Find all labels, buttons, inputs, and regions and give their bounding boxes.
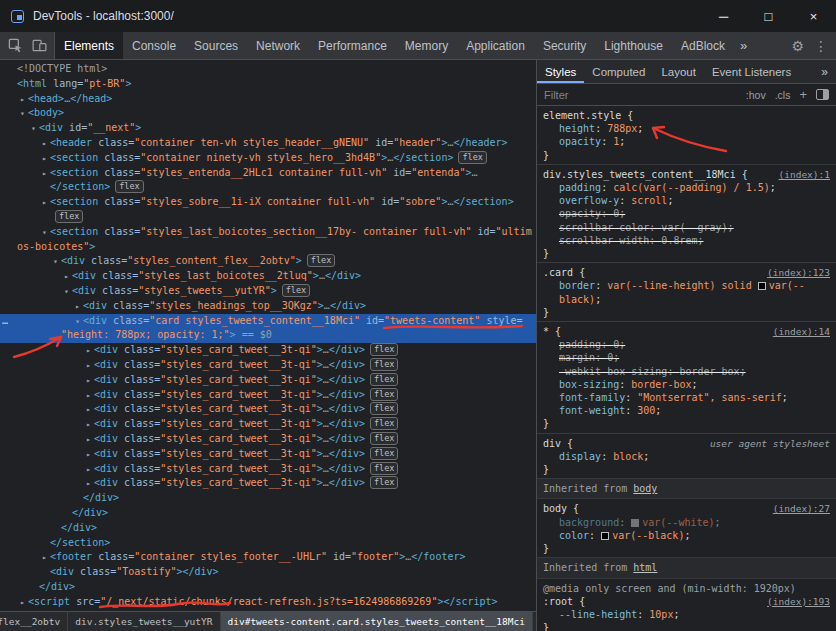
flex-badge[interactable]: flex bbox=[370, 343, 398, 356]
flex-badge[interactable]: flex bbox=[458, 151, 486, 164]
dom-tree-line[interactable]: ▸<div class="styles_card_tweet__3t-qi">…… bbox=[0, 476, 536, 491]
expand-arrow-icon[interactable]: ▸ bbox=[83, 433, 94, 448]
expand-arrow-icon[interactable]: ▸ bbox=[39, 551, 50, 566]
tab-elements[interactable]: Elements bbox=[55, 32, 123, 59]
flex-badge[interactable]: flex bbox=[370, 388, 398, 401]
css-property[interactable]: scrollbar-width: 0.8rem; bbox=[543, 234, 830, 247]
dom-tree-line[interactable]: ▾<div class="styles_tweets__yutYR">flex bbox=[0, 284, 536, 299]
expand-arrow-icon[interactable]: ▸ bbox=[83, 477, 94, 492]
dom-tree-line[interactable]: </div> bbox=[0, 506, 536, 521]
breadcrumb-item[interactable]: div.styles_tweets__yutYR bbox=[68, 612, 220, 631]
sidebar-tab-styles[interactable]: Styles bbox=[537, 60, 584, 83]
dom-tree-line[interactable]: ▾<section class="styles_last_boicotes_se… bbox=[0, 225, 536, 240]
expand-arrow-icon[interactable]: ▸ bbox=[39, 137, 50, 152]
dom-tree-line[interactable]: ▸<header class="container ten-vh styles_… bbox=[0, 136, 536, 151]
dom-tree-line[interactable]: ▸<div class="styles_headings_top__3QKgz"… bbox=[0, 299, 536, 314]
css-property[interactable]: border: var(--line-height) solid var(--b… bbox=[543, 279, 830, 305]
css-property[interactable]: background: var(--white); bbox=[543, 516, 830, 529]
dom-tree-line[interactable]: ▾<body> bbox=[0, 106, 536, 121]
dom-tree-line[interactable]: ▸<div class="styles_card_tweet__3t-qi">…… bbox=[0, 358, 536, 373]
dom-tree-line[interactable]: ▸<div class="styles_card_tweet__3t-qi">…… bbox=[0, 402, 536, 417]
flex-badge[interactable]: flex bbox=[370, 447, 398, 460]
dom-tree-line[interactable]: <div class="Toastify"></div> bbox=[0, 565, 536, 580]
css-property[interactable]: font-family: "Montserrat", sans-serif; bbox=[543, 391, 830, 404]
dom-tree-line[interactable]: </section>flex bbox=[0, 180, 536, 195]
css-property[interactable]: padding: calc(var(--padding) / 1.5); bbox=[543, 181, 830, 194]
dom-tree-line[interactable]: ▸<div class="styles_last_boicotes__2tluq… bbox=[0, 269, 536, 284]
breadcrumb-item[interactable]: div#tweets-content.card.styles_tweets_co… bbox=[221, 612, 533, 631]
rule-source-link[interactable]: (index):27 bbox=[773, 502, 830, 515]
css-property[interactable]: opacity: 1; bbox=[543, 135, 830, 148]
tab-application[interactable]: Application bbox=[457, 32, 534, 59]
dom-tree-line[interactable]: <!DOCTYPE html> bbox=[0, 62, 536, 77]
css-property[interactable]: overflow-y: scroll; bbox=[543, 194, 830, 207]
dom-tree-line[interactable]: ▸<div class="styles_card_tweet__3t-qi">…… bbox=[0, 373, 536, 388]
close-button[interactable]: × bbox=[791, 0, 836, 32]
dom-tree-line[interactable]: </div> bbox=[0, 491, 536, 506]
css-property[interactable]: --line-height: 10px; bbox=[543, 608, 830, 621]
dom-tree-line[interactable]: ▸<div class="styles_card_tweet__3t-qi">…… bbox=[0, 447, 536, 462]
rule-source-link[interactable]: (index):193 bbox=[767, 595, 830, 608]
collapse-arrow-icon[interactable]: ▾ bbox=[50, 255, 61, 270]
expand-arrow-icon[interactable]: ▸ bbox=[83, 344, 94, 359]
dom-tree-line[interactable]: ▾<div id="__next"> bbox=[0, 121, 536, 136]
minimize-button[interactable]: ─ bbox=[701, 0, 746, 32]
settings-gear-icon[interactable]: ⚙ bbox=[791, 38, 804, 54]
tab-console[interactable]: Console bbox=[123, 32, 185, 59]
tab-memory[interactable]: Memory bbox=[396, 32, 457, 59]
expand-arrow-icon[interactable]: ▸ bbox=[17, 596, 28, 611]
stylesheet-link[interactable]: body bbox=[633, 483, 657, 494]
flex-badge[interactable]: flex bbox=[370, 402, 398, 415]
more-sidebar-tabs-icon[interactable]: » bbox=[813, 60, 836, 83]
sidebar-tab-event-listeners[interactable]: Event Listeners bbox=[704, 60, 799, 83]
dom-tree-line[interactable]: </div> bbox=[0, 521, 536, 536]
collapse-arrow-icon[interactable]: ▾ bbox=[72, 315, 83, 330]
css-property[interactable]: -webkit-box-sizing: border-box; bbox=[543, 365, 830, 378]
toggle-hover-state-button[interactable]: :hov bbox=[746, 89, 766, 101]
collapse-arrow-icon[interactable]: ▾ bbox=[61, 285, 72, 300]
expand-arrow-icon[interactable]: ▸ bbox=[83, 359, 94, 374]
flex-badge[interactable]: flex bbox=[370, 476, 398, 489]
tab-adblock[interactable]: AdBlock bbox=[672, 32, 734, 59]
dom-tree-line[interactable]: ▾<div class="styles_content_flex__2obtv"… bbox=[0, 254, 536, 269]
tab-lighthouse[interactable]: Lighthouse bbox=[595, 32, 672, 59]
collapse-arrow-icon[interactable]: ▾ bbox=[17, 107, 28, 122]
toggle-classes-button[interactable]: .cls bbox=[775, 89, 791, 101]
css-property[interactable]: box-sizing: border-box; bbox=[543, 378, 830, 391]
flex-badge[interactable]: flex bbox=[307, 254, 335, 267]
css-property[interactable]: color: var(--black); bbox=[543, 529, 830, 542]
dom-tree-line[interactable]: ▸<div class="styles_card_tweet__3t-qi">…… bbox=[0, 417, 536, 432]
inspect-element-icon[interactable] bbox=[3, 34, 27, 58]
color-swatch[interactable] bbox=[631, 519, 639, 527]
sidebar-tab-computed[interactable]: Computed bbox=[584, 60, 653, 83]
dom-tree-line[interactable]: "height: 788px; opacity: 1;"> == $0 bbox=[0, 328, 536, 343]
tab-sources[interactable]: Sources bbox=[185, 32, 247, 59]
expand-arrow-icon[interactable]: ▸ bbox=[83, 403, 94, 418]
css-property[interactable]: padding: 0; bbox=[543, 338, 830, 351]
rule-source-link[interactable]: (index):123 bbox=[767, 266, 830, 279]
stylesheet-link[interactable]: html bbox=[633, 562, 657, 573]
rule-source-link[interactable]: (index):14 bbox=[773, 325, 830, 338]
expand-arrow-icon[interactable]: ▸ bbox=[39, 152, 50, 167]
styles-filter-input[interactable] bbox=[544, 89, 746, 101]
dom-tree-line[interactable]: <html lang="pt-BR"> bbox=[0, 77, 536, 92]
tab-network[interactable]: Network bbox=[247, 32, 309, 59]
expand-arrow-icon[interactable]: ▸ bbox=[83, 389, 94, 404]
dom-tree-line[interactable]: ▸<section class="styles_entenda__2HLc1 c… bbox=[0, 166, 536, 181]
expand-arrow-icon[interactable]: ▸ bbox=[83, 463, 94, 478]
expand-arrow-icon[interactable]: ▸ bbox=[83, 418, 94, 433]
flex-badge[interactable]: flex bbox=[115, 180, 143, 193]
flex-badge[interactable]: flex bbox=[370, 432, 398, 445]
flex-badge[interactable]: flex bbox=[370, 373, 398, 386]
dom-tree-line[interactable]: ▸<div class="styles_card_tweet__3t-qi">…… bbox=[0, 432, 536, 447]
rule-source-link[interactable]: (index):1 bbox=[779, 168, 830, 181]
dom-tree-line[interactable]: …▾<div class="card styles_tweets_content… bbox=[0, 314, 536, 329]
breadcrumb-item[interactable]: ntent_flex__2obtv bbox=[0, 612, 68, 631]
dom-tree-line[interactable]: ▸<footer class="container styles_footer_… bbox=[0, 550, 536, 565]
dom-tree-line[interactable]: ▸<head>…</head> bbox=[0, 92, 536, 107]
dom-tree-line[interactable]: ▸<div class="styles_card_tweet__3t-qi">…… bbox=[0, 462, 536, 477]
css-property[interactable]: scrollbar-color: var(--gray); bbox=[543, 221, 830, 234]
css-property[interactable]: font-weight: 300; bbox=[543, 404, 830, 417]
dom-tree-line[interactable]: flex bbox=[0, 210, 536, 225]
expand-arrow-icon[interactable]: ▸ bbox=[17, 93, 28, 108]
